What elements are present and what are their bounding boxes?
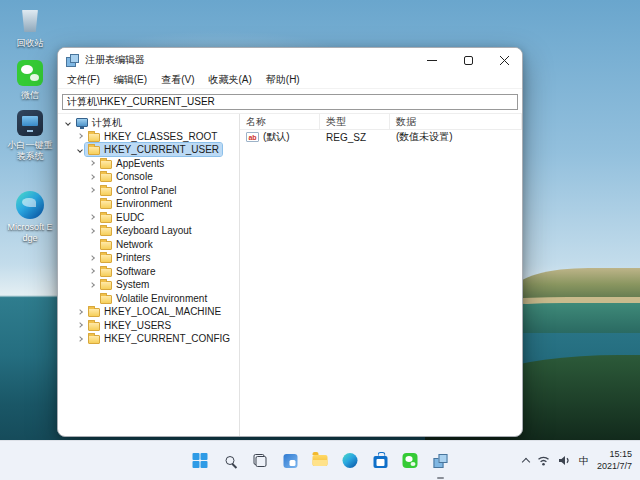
tree-node-eudc[interactable]: EUDC: [58, 211, 239, 225]
menu-file[interactable]: 文件(F): [60, 72, 107, 88]
menu-favorites[interactable]: 收藏夹(A): [201, 72, 258, 88]
wechat-button[interactable]: [397, 447, 424, 474]
expander-cell[interactable]: [86, 215, 97, 219]
registry-editor-app-icon: [66, 54, 79, 67]
expander-cell[interactable]: [86, 283, 97, 287]
column-header-data[interactable]: 数据: [390, 114, 522, 129]
tree-node-[interactable]: 计算机: [58, 116, 239, 130]
expand-icon[interactable]: [89, 255, 95, 261]
tree-node-hkey-current-user[interactable]: HKEY_CURRENT_USER: [58, 143, 239, 157]
address-bar[interactable]: [62, 94, 518, 110]
tree-node-hkey-local-machine[interactable]: HKEY_LOCAL_MACHINE: [58, 305, 239, 319]
titlebar[interactable]: 注册表编辑器: [58, 48, 522, 72]
menu-view[interactable]: 查看(V): [154, 72, 201, 88]
column-header-name[interactable]: 名称: [240, 114, 320, 129]
tree-node-label: Control Panel: [116, 185, 177, 196]
search-button[interactable]: [217, 447, 244, 474]
menu-bar: 文件(F)编辑(E)查看(V)收藏夹(A)帮助(H): [58, 72, 522, 89]
expand-icon[interactable]: [89, 160, 95, 166]
taskbar: 中 15:15 2021/7/7: [0, 440, 640, 480]
column-header-type[interactable]: 类型: [320, 114, 390, 129]
tree-node-console[interactable]: Console: [58, 170, 239, 184]
expander-cell[interactable]: [86, 269, 97, 273]
expander-cell[interactable]: [86, 161, 97, 165]
expander-cell[interactable]: [74, 148, 85, 152]
minimize-button[interactable]: [414, 48, 450, 72]
file-explorer-button[interactable]: [307, 447, 334, 474]
maximize-button[interactable]: [450, 48, 486, 72]
tree-node-environment[interactable]: Environment: [58, 197, 239, 211]
widgets-icon: [283, 454, 297, 468]
tree-node-label: Console: [116, 171, 153, 182]
folder-icon: [88, 146, 100, 155]
menu-help[interactable]: 帮助(H): [259, 72, 307, 88]
expand-icon[interactable]: [77, 336, 83, 342]
close-button[interactable]: [486, 48, 522, 72]
tree-node-keyboard-layout[interactable]: Keyboard Layout: [58, 224, 239, 238]
expander-cell[interactable]: [74, 310, 85, 314]
expand-icon[interactable]: [77, 322, 83, 328]
store-button[interactable]: [367, 447, 394, 474]
tree-node-software[interactable]: Software: [58, 265, 239, 279]
tree-node-label: Environment: [116, 198, 172, 209]
desktop-icon-label: 微信: [6, 90, 54, 101]
maximize-icon: [464, 56, 473, 65]
expand-icon[interactable]: [89, 228, 95, 234]
tree-node-hkey-current-config[interactable]: HKEY_CURRENT_CONFIG: [58, 332, 239, 346]
start-button[interactable]: [187, 447, 214, 474]
widgets-button[interactable]: [277, 447, 304, 474]
expand-icon[interactable]: [89, 187, 95, 193]
tree-node-printers[interactable]: Printers: [58, 251, 239, 265]
value-name: (默认): [263, 130, 290, 144]
desktop-icon-xiaobai[interactable]: 小白一键重装系统: [6, 108, 54, 162]
system-tray: 中 15:15 2021/7/7: [523, 441, 632, 480]
speaker-icon: [558, 455, 571, 466]
collapse-icon[interactable]: [77, 147, 83, 153]
expander-cell[interactable]: [86, 188, 97, 192]
expand-icon[interactable]: [77, 309, 83, 315]
folder-icon: [88, 308, 100, 317]
file-explorer-icon: [313, 455, 328, 466]
tree-node-appevents[interactable]: AppEvents: [58, 157, 239, 171]
network-button[interactable]: [537, 455, 550, 466]
volume-button[interactable]: [558, 455, 571, 466]
expand-icon[interactable]: [89, 174, 95, 180]
desktop-icon-wechat[interactable]: 微信: [6, 58, 54, 101]
registry-value-row[interactable]: ab(默认)REG_SZ(数值未设置): [240, 130, 522, 144]
folder-icon: [100, 254, 112, 263]
expander-cell[interactable]: [62, 121, 73, 125]
collapse-icon[interactable]: [65, 120, 71, 126]
tree-node-label: EUDC: [116, 212, 144, 223]
edge-button[interactable]: [337, 447, 364, 474]
menu-edit[interactable]: 编辑(E): [107, 72, 154, 88]
desktop-icon-edge[interactable]: Microsoft Edge: [6, 190, 54, 244]
expander-cell[interactable]: [86, 175, 97, 179]
tree-node-hkey-users[interactable]: HKEY_USERS: [58, 319, 239, 333]
hidden-icons-button[interactable]: [523, 456, 529, 465]
registry-tree: 计算机HKEY_CLASSES_ROOTHKEY_CURRENT_USERApp…: [58, 114, 239, 436]
chevron-up-icon: [522, 458, 530, 466]
expand-icon[interactable]: [89, 268, 95, 274]
expander-cell[interactable]: [86, 256, 97, 260]
tree-node-network[interactable]: Network: [58, 238, 239, 252]
expand-icon[interactable]: [89, 282, 95, 288]
registry-editor-taskbar-button[interactable]: [427, 447, 454, 474]
task-view-button[interactable]: [247, 447, 274, 474]
expand-icon[interactable]: [89, 214, 95, 220]
desktop-icon-recycle-bin[interactable]: 回收站: [6, 6, 54, 49]
ime-indicator[interactable]: 中: [579, 454, 589, 468]
tree-node-hkey-classes-root[interactable]: HKEY_CLASSES_ROOT: [58, 130, 239, 144]
tree-node-system[interactable]: System: [58, 278, 239, 292]
expander-cell[interactable]: [74, 134, 85, 138]
expand-icon[interactable]: [77, 133, 83, 139]
xiaobai-icon: [17, 110, 43, 136]
expander-cell[interactable]: [74, 323, 85, 327]
clock[interactable]: 15:15 2021/7/7: [597, 449, 632, 472]
expander-cell[interactable]: [86, 229, 97, 233]
caption-buttons: [414, 48, 522, 72]
tree-node-volatile-environment[interactable]: Volatile Environment: [58, 292, 239, 306]
tree-node-control-panel[interactable]: Control Panel: [58, 184, 239, 198]
folder-icon: [100, 241, 112, 250]
expander-cell[interactable]: [74, 337, 85, 341]
tree-node-label: HKEY_LOCAL_MACHINE: [104, 306, 221, 317]
